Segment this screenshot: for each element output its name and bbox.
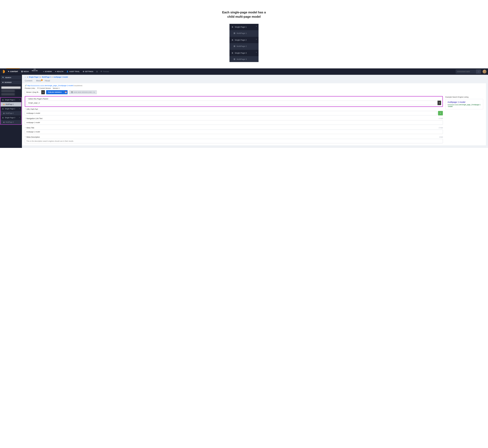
tree-child-label: MultiPage 1 [237,32,247,34]
tab-content[interactable]: Content [25,79,32,83]
serp-url: xxxxxxxxx-xxxxx.dev/single_page_1/multip… [447,104,481,107]
field-label-text: Meta Title [26,127,34,129]
tree-parent-3[interactable]: 🗎 Single Page 3 ▼ [230,50,258,56]
database-icon: ≡ [43,71,44,72]
sidebar-reorder[interactable]: ✥ REORDER [1,80,21,84]
nav-schema[interactable]: ≡ SCHEMA [41,68,54,75]
sidebar-item-single-page-2[interactable]: 🗎 Single Page 2 ▼ [1,106,21,111]
sidebar-search[interactable]: 🔍 SEARCH [1,76,21,80]
nav-webide[interactable]: </> WEB IDE [31,68,39,75]
tab-meta[interactable]: Meta ! [36,79,41,83]
nav-label: WEB IDE [32,70,38,72]
eye-icon: 👁 [37,87,39,89]
sidebar-item-multipage-3[interactable]: ▦ MultiPage 3 [1,120,21,124]
caret-down-icon: ▼ [19,117,20,118]
caret-down-icon: ▼ [256,52,257,53]
url-prefix: http:// [27,85,32,87]
nav-text-input[interactable] [25,120,443,125]
tree-parent-1[interactable]: 🗎 Single Page 1 ▼ [230,24,258,30]
logo[interactable] [1,70,5,73]
sidebar-item-single-page-1[interactable]: 🗎 Single Page 1 ▼ [1,97,21,102]
nav-health[interactable]: ♥ HEALTH [54,68,65,75]
caret-down-icon[interactable]: ▼ [41,90,45,94]
preview-version1[interactable]: Version 1 [53,87,59,89]
field-url-path: ? URL Path Part ✔ [25,108,443,115]
sidebar: 🔍 SEARCH ✥ REORDER 🗎 Single Page 1 ▼ [0,75,22,148]
gear-icon: ⚙ [83,71,84,72]
url-host-blurred: xxxxxxxxxx.xxxxx. [32,85,45,87]
sidebar-item-multipage-2[interactable]: ▦ MultiPage 2 [1,111,21,115]
caret-down-icon: ▼ [19,108,20,109]
nav-label: HEALTH [57,71,63,72]
url-path-valid-icon: ✔ [438,111,443,115]
preview-current[interactable]: 👁Current Version [37,87,51,89]
serp-title: multipage 1 model [447,101,481,104]
grid-icon: ▦ [233,32,235,34]
tab-head[interactable]: Head [45,79,50,83]
caret-down-icon: ▼ [256,26,257,27]
serp-preview: multipage 1 model xxxxxxxxx-xxxxx.dev/si… [446,99,483,109]
file-icon: 🗎 [2,117,4,119]
search-icon: 🔍 [2,77,4,79]
field-meta-title: ? Meta Title 17/150 [25,127,443,134]
nav-preview[interactable]: 👁 Preview [99,68,110,75]
schedule-publish-button[interactable]: 📅 [64,90,67,94]
tabs: Content Meta ! Head [22,78,488,83]
meta-title-input[interactable] [25,129,443,134]
nav-audit[interactable]: 👤 AUDIT TRAIL [65,68,81,75]
nav-settings[interactable]: ⚙ SETTINGS [81,68,95,75]
nav-media[interactable]: 🖼 MEDIA [20,68,31,75]
page-url[interactable]: 🔗 http:// xxxxxxxxxx.xxxxx. dev/single_p… [22,83,486,87]
publish-button[interactable]: PUBLISH VERSION 1 [46,90,64,94]
user-icon: 👤 [66,71,68,72]
sidebar-item-single-page-3[interactable]: 🗎 Single Page 3 ▼ [1,115,21,120]
tree-child-3[interactable]: ▦ MultiPage 3 [230,56,258,62]
sidebar-item-label: Single Page 2 [5,108,15,110]
tree-parent-2[interactable]: 🗎 Single Page 2 ▼ [230,37,258,43]
environment-text: environment name [456,71,476,72]
url-path-input[interactable] [25,111,437,115]
help-icon[interactable]: ? [25,127,26,129]
breadcrumb-link[interactable]: Single Page 1 [29,76,40,78]
caret-down-icon[interactable]: ▼ [438,101,441,105]
blurred-row [1,90,15,92]
preview-links: Preview Links: 👁Current Version Version … [22,87,486,90]
parent-page-select[interactable]: /single_page_1/ [26,101,438,105]
images-icon: 🖼 [21,71,23,72]
tree-child-1[interactable]: ▦ MultiPage 1 [230,30,258,36]
edit-icon: ✎ [8,71,9,72]
help-icon[interactable]: ? [26,98,27,100]
dashboard-icon[interactable]: ⌂ [25,76,26,78]
nav-content[interactable]: ✎ CONTENT [6,68,20,74]
unpublished-badge: (Unpublished) [74,85,82,86]
tree-parent-label: Single Page 1 [235,26,247,28]
breadcrumb-link[interactable]: MultiPage 1 [42,76,51,78]
tree-child-2[interactable]: ▦ MultiPage 2 [230,43,258,49]
field-label-text: Navigation Link Text [26,117,42,120]
file-icon: 🗎 [2,108,4,110]
version-selector-text: Version 1 [Aug 28th 2... [25,90,41,94]
save-button[interactable]: 💾 SAVE NEW VERSION (CMD + S) [69,90,97,94]
preview-links-label: Preview Links: [25,87,35,89]
sitemap-icon: ⊞ [96,70,98,73]
environment-selector[interactable]: environment name ⌄ [456,69,481,74]
meta-description-input[interactable] [25,139,443,143]
help-icon[interactable]: ? [25,136,26,138]
version-selector[interactable]: Version 1 [Aug 28th 2... ▼ [25,90,45,94]
file-icon: 🗎 [232,52,233,54]
caret-down-icon: ▼ [256,39,257,40]
nav-sitemap[interactable]: ⊞ [95,68,99,75]
sidebar-item-label: MultiPage 3 [6,121,14,123]
grid-icon: ▦ [233,45,235,47]
help-icon[interactable]: ? [25,117,26,120]
app-window: ✎ CONTENT 🖼 MEDIA </> WEB IDE ≡ SCHEMA ♥… [0,68,488,148]
chevron-down-icon[interactable]: ⌄ [476,69,481,74]
help-icon[interactable]: ? [25,108,26,110]
sidebar-search-label: SEARCH [5,77,11,78]
breadcrumb: ⌂ ▸ Single Page 1 ▸ MultiPage 1 ▸ multip… [22,75,488,78]
char-count: 17/150 [438,127,443,128]
field-nav-text: ? Navigation Link Text 17/150 [25,117,443,125]
avatar[interactable] [483,70,487,73]
grid-icon: ▦ [3,121,5,123]
sidebar-item-multipage-1[interactable]: ▦ MultiPage 1 [1,102,21,106]
